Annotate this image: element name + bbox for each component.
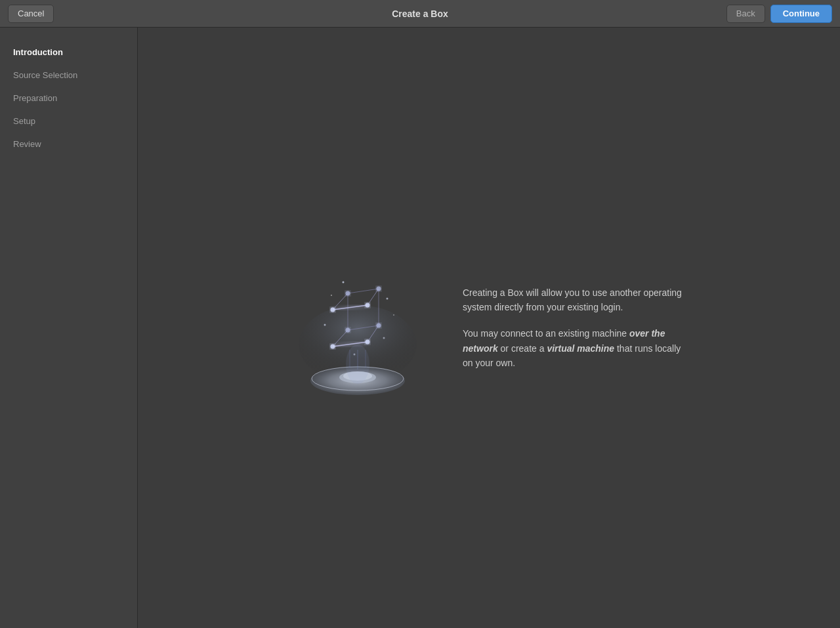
paragraph-1: Creating a Box will allow you to use ano…: [463, 285, 686, 315]
toolbar: Cancel Create a Box Back Continue: [0, 0, 840, 28]
svg-point-31: [331, 295, 332, 296]
main-area: Introduction Source Selection Preparatio…: [0, 28, 840, 628]
back-button[interactable]: Back: [726, 5, 765, 23]
svg-point-29: [383, 337, 385, 339]
svg-point-30: [354, 353, 356, 355]
sidebar-item-source-selection[interactable]: Source Selection: [0, 64, 137, 87]
sidebar-item-introduction[interactable]: Introduction: [0, 41, 137, 64]
paragraph-2: You may connect to an existing machine o…: [463, 326, 686, 370]
svg-line-11: [368, 289, 379, 305]
svg-point-25: [366, 339, 370, 344]
para2-start: You may connect to an existing machine: [463, 328, 629, 339]
cancel-button[interactable]: Cancel: [8, 5, 54, 23]
intro-text: Creating a Box will allow you to use ano…: [463, 285, 686, 371]
para2-mid: or create a: [498, 343, 547, 354]
svg-point-27: [387, 297, 388, 299]
svg-point-32: [393, 314, 394, 316]
svg-line-6: [348, 289, 379, 293]
svg-point-20: [331, 307, 335, 312]
window-title: Create a Box: [392, 9, 448, 19]
toolbar-center: Create a Box: [392, 8, 448, 20]
intro-container: Creating a Box will allow you to use ano…: [292, 253, 686, 404]
para2-bold2: virtual machine: [547, 343, 614, 354]
sidebar-item-preparation[interactable]: Preparation: [0, 87, 137, 110]
svg-point-26: [343, 281, 345, 283]
toolbar-left: Cancel: [8, 5, 54, 23]
sidebar-item-review[interactable]: Review: [0, 133, 137, 156]
svg-point-19: [377, 286, 381, 291]
svg-point-23: [377, 323, 381, 327]
svg-point-28: [324, 324, 326, 325]
sidebar: Introduction Source Selection Preparatio…: [0, 28, 138, 628]
toolbar-right: Back Continue: [726, 5, 832, 23]
continue-button[interactable]: Continue: [770, 5, 832, 23]
svg-point-18: [346, 291, 350, 295]
svg-point-21: [366, 303, 370, 307]
box-illustration: [292, 253, 423, 404]
content-area: Creating a Box will allow you to use ano…: [138, 28, 840, 628]
svg-point-22: [346, 327, 350, 332]
sidebar-item-setup[interactable]: Setup: [0, 110, 137, 133]
svg-point-24: [331, 344, 335, 348]
